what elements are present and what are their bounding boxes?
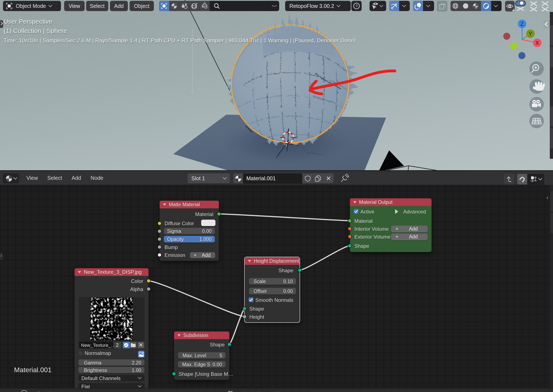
svg-text:Y: Y bbox=[528, 30, 532, 37]
svg-text:X: X bbox=[535, 40, 539, 46]
svg-text:Z: Z bbox=[520, 21, 524, 27]
svg-text:?: ? bbox=[356, 4, 358, 8]
